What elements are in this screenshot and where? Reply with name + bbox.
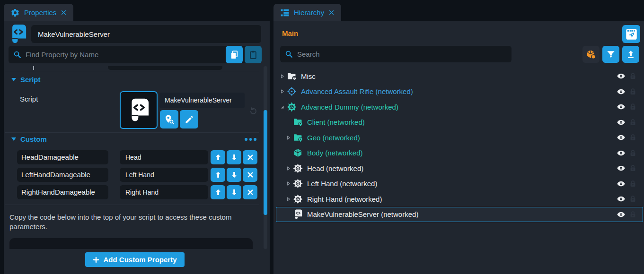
expand-triangle-icon[interactable] (285, 180, 291, 187)
lock-icon[interactable] (629, 195, 637, 203)
add-custom-property-button[interactable]: Add Custom Property (85, 252, 185, 267)
upload-button[interactable] (622, 46, 639, 63)
edit-script-button[interactable] (180, 110, 198, 128)
visibility-eye-icon[interactable] (617, 148, 626, 157)
visibility-eye-icon[interactable] (617, 164, 626, 173)
delete-property-button[interactable] (243, 168, 257, 182)
lock-icon[interactable] (629, 164, 637, 172)
custom-property-name[interactable]: LeftHandDamageable (17, 168, 108, 182)
lock-icon[interactable] (629, 118, 637, 126)
custom-property-name[interactable]: RightHandDamageable (17, 185, 108, 199)
collapse-triangle-icon (11, 78, 16, 81)
tree-row-body-networked[interactable]: Body (networked) (276, 146, 643, 161)
tree-row-client-networked[interactable]: Client (networked) (276, 115, 643, 130)
properties-scrollbar[interactable] (264, 66, 267, 249)
visibility-eye-icon[interactable] (617, 72, 626, 81)
lock-icon[interactable] (629, 103, 637, 111)
expand-triangle-icon[interactable] (285, 135, 291, 141)
section-title: Custom (20, 135, 47, 143)
reset-icon[interactable] (249, 107, 258, 116)
publish-button[interactable] (622, 25, 640, 43)
custom-property-value[interactable]: Head (120, 150, 208, 164)
delete-property-button[interactable] (243, 150, 257, 164)
folder-cube-icon (287, 71, 297, 81)
filter-button[interactable] (602, 46, 619, 63)
expand-open-triangle-icon[interactable] (279, 104, 285, 110)
close-icon[interactable] (328, 9, 335, 16)
visibility-eye-icon[interactable] (617, 210, 626, 219)
custom-property-row: HeadDamageableHead (17, 150, 261, 164)
hierarchy-search-input[interactable] (297, 50, 507, 58)
property-search[interactable] (9, 46, 261, 63)
tree-row-left-hand-networked[interactable]: Left Hand (networked) (276, 176, 643, 192)
expand-triangle-icon[interactable] (279, 73, 285, 79)
lock-icon[interactable] (629, 87, 637, 95)
tree-row-advanced-assault-rifle-networked[interactable]: Advanced Assault Rifle (networked) (276, 84, 643, 100)
lock-icon[interactable] (629, 149, 637, 157)
folder-pin-icon (293, 117, 303, 127)
hierarchy-panel: Main MiscAdvanced Assault Rifle (network… (273, 21, 644, 274)
move-down-button[interactable] (227, 185, 241, 199)
visibility-eye-icon[interactable] (617, 87, 626, 96)
object-name-input[interactable] (31, 25, 261, 43)
expand-triangle-icon[interactable] (285, 196, 291, 202)
move-up-button[interactable] (211, 150, 225, 164)
section-title: Script (20, 76, 41, 84)
settings-gear-icon (10, 8, 20, 17)
script-asset-thumbnail[interactable] (120, 91, 158, 129)
visibility-eye-icon[interactable] (617, 118, 626, 127)
property-search-input[interactable] (26, 51, 256, 59)
expand-triangle-icon[interactable] (279, 88, 285, 94)
visibility-eye-icon[interactable] (617, 179, 626, 188)
tree-row-misc[interactable]: Misc (276, 68, 643, 84)
visibility-eye-icon[interactable] (617, 195, 626, 204)
networked-objects-button[interactable] (582, 46, 600, 63)
custom-property-value[interactable]: Right Hand (120, 185, 208, 199)
move-down-button[interactable] (227, 168, 241, 182)
move-down-button[interactable] (227, 150, 241, 164)
lock-icon[interactable] (629, 72, 637, 80)
move-up-button[interactable] (211, 168, 225, 182)
tab-hierarchy[interactable]: Hierarchy (273, 4, 341, 21)
expand-spacer (285, 150, 291, 156)
custom-property-value[interactable]: Left Hand (120, 168, 208, 182)
expand-spacer (285, 211, 291, 217)
tree-row-advanced-dummy-networked[interactable]: Advanced Dummy (networked) (276, 99, 643, 115)
divider (5, 132, 259, 133)
script-scroll-icon (293, 209, 303, 219)
copy-properties-button[interactable] (226, 46, 243, 63)
arrow-down-icon (230, 154, 238, 161)
hierarchy-search[interactable] (280, 46, 512, 62)
paste-clipboard-icon (248, 50, 258, 60)
tree-row-makevulnerableserver-networked[interactable]: MakeVulnerableServer (networked) (276, 207, 643, 223)
custom-section-menu-button[interactable] (245, 138, 256, 141)
script-asset-name: MakeVulnerableServer (159, 93, 245, 108)
x-icon (247, 171, 254, 178)
close-icon[interactable] (61, 9, 67, 16)
lock-icon[interactable] (629, 134, 637, 142)
visibility-eye-icon[interactable] (617, 103, 626, 111)
visibility-eye-icon[interactable] (617, 133, 626, 142)
arrow-up-icon (214, 154, 222, 161)
tree-row-head-networked[interactable]: Head (networked) (276, 161, 643, 176)
tree-row-right-hand-networked[interactable]: Right Hand (networked) (276, 191, 643, 207)
cube-icon (293, 148, 303, 158)
lock-icon[interactable] (629, 180, 637, 188)
scrollbar-thumb[interactable] (264, 110, 267, 215)
delete-property-button[interactable] (243, 185, 257, 199)
custom-property-name[interactable]: HeadDamageable (17, 150, 108, 164)
custom-property-row: RightHandDamageableRight Hand (17, 185, 261, 199)
lock-icon[interactable] (629, 210, 637, 218)
properties-footer: Add Custom Property (4, 249, 270, 274)
tree-row-geo-networked[interactable]: Geo (networked) (276, 130, 643, 146)
move-up-button[interactable] (211, 185, 225, 199)
section-custom-header[interactable]: Custom (11, 135, 47, 143)
tree-item-label: Right Hand (networked) (307, 195, 382, 203)
expand-triangle-icon[interactable] (285, 165, 291, 171)
find-script-button[interactable] (160, 110, 178, 128)
paste-properties-button[interactable] (245, 46, 262, 63)
code-snippet-box[interactable] (9, 238, 253, 249)
tab-properties[interactable]: Properties (4, 4, 73, 21)
arrow-down-icon (230, 171, 238, 179)
section-script-header[interactable]: Script (11, 76, 41, 84)
